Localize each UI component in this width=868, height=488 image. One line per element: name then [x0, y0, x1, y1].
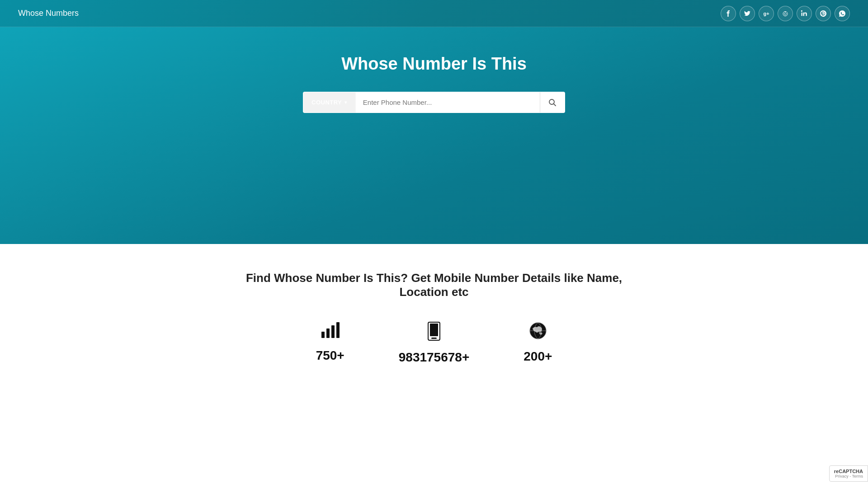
svg-line-4 — [785, 12, 785, 13]
stat-item-numbers: 983175678+ — [399, 322, 470, 365]
svg-rect-10 — [336, 322, 340, 338]
svg-rect-13 — [430, 324, 438, 336]
country-label: COUNTRY — [311, 99, 342, 106]
pinterest-icon[interactable] — [816, 6, 831, 21]
country-dropdown-button[interactable]: COUNTRY ▾ — [303, 92, 356, 113]
header: Whose Numbers g+ — [0, 0, 868, 27]
facebook-icon[interactable] — [721, 6, 736, 21]
mobile-phone-icon — [428, 322, 440, 345]
twitter-icon[interactable] — [740, 6, 755, 21]
svg-rect-8 — [326, 328, 330, 338]
site-logo[interactable]: Whose Numbers — [18, 9, 79, 18]
signal-bars-icon — [321, 322, 340, 343]
svg-point-1 — [784, 13, 785, 14]
stats-row: 750+ 983175678+ — [9, 322, 859, 365]
hero-section: Whose Number Is This COUNTRY ▾ — [0, 27, 868, 244]
svg-line-6 — [554, 103, 556, 105]
reddit-icon[interactable] — [778, 6, 793, 21]
linkedin-icon[interactable] — [797, 6, 812, 21]
search-button[interactable] — [540, 92, 565, 113]
svg-rect-7 — [321, 332, 325, 338]
globe-icon — [529, 322, 547, 344]
stat-item-countries: 200+ — [524, 322, 552, 365]
svg-rect-12 — [431, 338, 437, 339]
svg-point-3 — [785, 11, 786, 12]
content-subtitle: Find Whose Number Is This? Get Mobile Nu… — [231, 271, 637, 299]
svg-point-2 — [786, 13, 787, 14]
stat-value-countries: 200+ — [524, 349, 552, 364]
search-icon — [548, 99, 557, 107]
svg-rect-9 — [331, 325, 335, 338]
whatsapp-icon[interactable] — [835, 6, 850, 21]
content-section: Find Whose Number Is This? Get Mobile Nu… — [0, 244, 868, 383]
google-plus-icon[interactable]: g+ — [759, 6, 774, 21]
stat-item-operators: 750+ — [316, 322, 344, 365]
stat-value-numbers: 983175678+ — [399, 350, 470, 365]
social-icons-bar: g+ — [721, 6, 850, 21]
stat-value-operators: 750+ — [316, 348, 344, 363]
hero-title: Whose Number Is This — [341, 54, 527, 74]
search-bar: COUNTRY ▾ — [303, 92, 565, 113]
chevron-down-icon: ▾ — [344, 100, 347, 105]
phone-search-input[interactable] — [356, 92, 540, 113]
